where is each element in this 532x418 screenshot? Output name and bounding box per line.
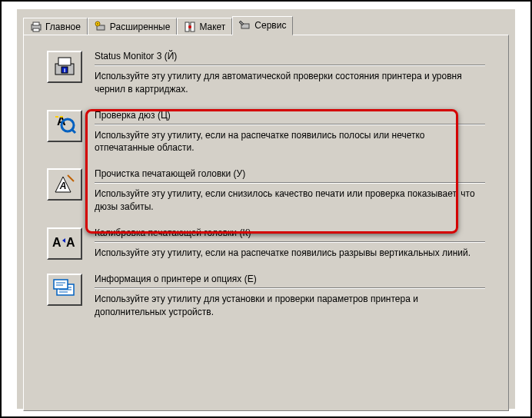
tab-main[interactable]: Главное <box>23 18 88 35</box>
tab-label: Сервис <box>254 20 286 31</box>
svg-rect-17 <box>55 116 58 118</box>
layout-icon <box>184 21 196 33</box>
utility-description: Используйте эту утилиту для установки и … <box>95 293 485 319</box>
utility-head-cleaning: A Прочистка печатающей головки (У) Испол… <box>47 168 485 214</box>
tab-advanced[interactable]: Расширенные <box>88 18 178 35</box>
svg-rect-18 <box>60 116 63 118</box>
status-monitor-icon: i <box>52 55 77 80</box>
utility-title: Калибровка печатающей головки (К) <box>95 227 485 242</box>
utility-text: Прочистка печатающей головки (У) Использ… <box>95 168 485 214</box>
svg-point-5 <box>97 23 98 25</box>
utility-text: Status Monitor 3 (Й) Используйте эту ути… <box>95 51 485 96</box>
alignment-icon: AA <box>51 233 78 254</box>
utility-nozzle-check: A Проверка дюз (Ц) Используйте эту утили… <box>47 110 485 155</box>
tab-label: Главное <box>45 22 81 32</box>
utility-description: Используйте эту утилиту, если на распеча… <box>95 247 485 260</box>
utility-title: Проверка дюз (Ц) <box>95 110 485 124</box>
utility-title: Прочистка печатающей головки (У) <box>95 168 485 183</box>
utility-status-monitor: i Status Monitor 3 (Й) Используйте эту у… <box>47 51 485 96</box>
printer-icon <box>30 21 42 33</box>
nozzle-check-button[interactable]: A <box>47 110 82 142</box>
nozzle-check-icon: A <box>52 113 77 138</box>
utility-description: Используйте эту утилиту, если снизилось … <box>95 187 485 214</box>
utility-description: Используйте эту утилиту для автоматическ… <box>95 70 485 96</box>
svg-marker-23 <box>62 238 65 243</box>
status-monitor-button[interactable]: i <box>47 51 82 83</box>
svg-rect-1 <box>33 22 39 25</box>
svg-rect-29 <box>54 280 68 289</box>
printer-info-icon <box>52 277 77 302</box>
svg-text:i: i <box>64 67 65 74</box>
tab-label: Расширенные <box>110 22 171 32</box>
printer-properties-dialog: Главное Расширенные Макет Сервис <box>17 9 515 409</box>
svg-rect-2 <box>33 28 39 32</box>
tab-label: Макет <box>199 22 225 32</box>
head-cleaning-icon: A <box>52 172 77 197</box>
gear-printer-icon <box>95 21 107 33</box>
utility-text: Информация о принтере и опциях (Е) Испол… <box>95 274 485 319</box>
utility-printer-info: Информация о принтере и опциях (Е) Испол… <box>47 274 485 319</box>
printer-info-button[interactable] <box>47 274 82 306</box>
svg-text:A: A <box>52 236 62 249</box>
alignment-button[interactable]: AA <box>47 227 82 260</box>
utility-description: Используйте эту утилиту, если на распеча… <box>95 129 485 155</box>
head-cleaning-button[interactable]: A <box>47 168 82 201</box>
svg-line-16 <box>71 129 75 133</box>
window-frame: Главное Расширенные Макет Сервис <box>0 0 532 418</box>
svg-point-8 <box>188 25 191 28</box>
tab-layout[interactable]: Макет <box>177 18 232 35</box>
wrench-printer-icon <box>239 19 251 32</box>
tab-strip: Главное Расширенные Макет Сервис <box>17 9 515 35</box>
utility-text: Калибровка печатающей головки (К) Исполь… <box>95 227 485 260</box>
utility-title: Status Monitor 3 (Й) <box>95 51 485 65</box>
utility-alignment: AA Калибровка печатающей головки (К) Исп… <box>47 227 485 260</box>
svg-rect-11 <box>58 58 71 65</box>
service-panel: i Status Monitor 3 (Й) Используйте эту у… <box>23 35 509 411</box>
utility-title: Информация о принтере и опциях (Е) <box>95 274 485 288</box>
tab-service[interactable]: Сервис <box>232 16 293 35</box>
svg-line-21 <box>68 175 74 181</box>
svg-text:A: A <box>59 181 67 191</box>
utility-text: Проверка дюз (Ц) Используйте эту утилиту… <box>95 110 485 155</box>
svg-text:A: A <box>66 236 75 249</box>
